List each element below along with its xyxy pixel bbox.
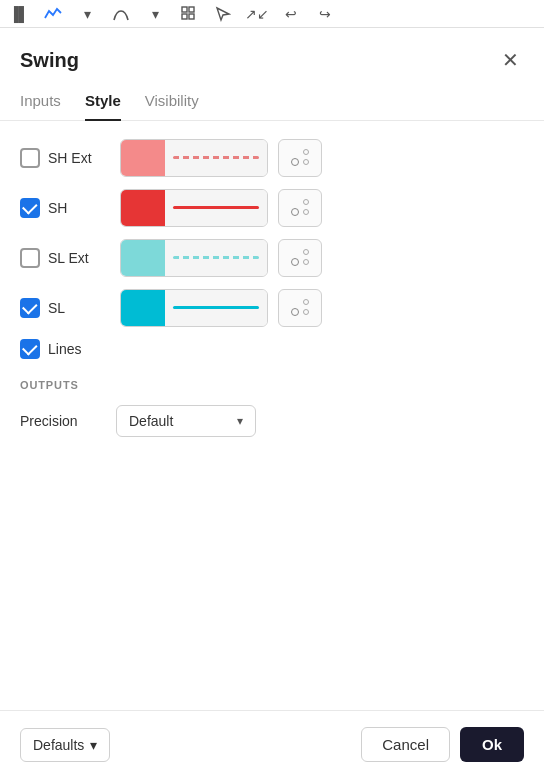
arrow-tool-icon[interactable] <box>212 3 234 25</box>
tab-visibility[interactable]: Visibility <box>145 84 199 121</box>
cancel-button[interactable]: Cancel <box>361 727 450 762</box>
lines-label: Lines <box>48 341 81 357</box>
sl-ext-line-preview <box>165 240 267 276</box>
precision-dropdown[interactable]: Default ▾ <box>116 405 256 437</box>
sh-label: SH <box>48 200 67 216</box>
sh-node-button[interactable] <box>278 189 322 227</box>
sh-checkbox[interactable] <box>20 198 40 218</box>
svg-rect-2 <box>182 14 187 19</box>
sh-ext-checkbox-label[interactable]: SH Ext <box>20 148 110 168</box>
arrow-expand-icon[interactable]: ↗↙ <box>246 3 268 25</box>
sh-ext-label: SH Ext <box>48 150 92 166</box>
outputs-row: Precision Default ▾ <box>20 405 524 437</box>
sl-style-picker[interactable] <box>120 289 268 327</box>
svg-rect-1 <box>189 7 194 12</box>
sh-row: SH <box>20 189 524 227</box>
swing-dialog: Swing ✕ Inputs Style Visibility SH Ext <box>0 28 544 778</box>
sl-ext-node-icon <box>291 249 309 266</box>
svg-marker-4 <box>217 8 229 20</box>
sh-node-icon <box>291 199 309 216</box>
toolbar: ▐▌ ▾ ▾ ↗↙ ↩ ↪ <box>0 0 544 28</box>
sh-ext-checkbox[interactable] <box>20 148 40 168</box>
undo-icon[interactable]: ↩ <box>280 3 302 25</box>
sl-ext-node-button[interactable] <box>278 239 322 277</box>
dropdown-arrow-icon: ▾ <box>237 414 243 428</box>
lines-row: Lines <box>20 339 524 359</box>
sl-node-button[interactable] <box>278 289 322 327</box>
dialog-header: Swing ✕ <box>0 28 544 84</box>
dialog-content: SH Ext <box>0 121 544 711</box>
precision-value: Default <box>129 413 173 429</box>
footer-actions: Cancel Ok <box>361 727 524 762</box>
bar-chart-icon[interactable]: ▐▌ <box>8 3 30 25</box>
sl-ext-row: SL Ext <box>20 239 524 277</box>
chevron-down2-icon[interactable]: ▾ <box>144 3 166 25</box>
sl-ext-checkbox-label[interactable]: SL Ext <box>20 248 110 268</box>
grid-icon[interactable] <box>178 3 200 25</box>
close-button[interactable]: ✕ <box>496 46 524 74</box>
sl-row: SL <box>20 289 524 327</box>
sl-ext-label: SL Ext <box>48 250 89 266</box>
svg-rect-0 <box>182 7 187 12</box>
dialog-footer: Defaults ▾ Cancel Ok <box>0 710 544 778</box>
lines-checkbox[interactable] <box>20 339 40 359</box>
sl-ext-checkbox[interactable] <box>20 248 40 268</box>
sl-checkbox-label[interactable]: SL <box>20 298 110 318</box>
defaults-dropdown[interactable]: Defaults ▾ <box>20 728 110 762</box>
lines-checkbox-label[interactable]: Lines <box>20 339 110 359</box>
sl-checkbox[interactable] <box>20 298 40 318</box>
sh-ext-node-button[interactable] <box>278 139 322 177</box>
sh-ext-style-picker[interactable] <box>120 139 268 177</box>
sl-ext-style-picker[interactable] <box>120 239 268 277</box>
defaults-arrow-icon: ▾ <box>90 737 97 753</box>
tab-inputs[interactable]: Inputs <box>20 84 61 121</box>
precision-label: Precision <box>20 413 100 429</box>
defaults-label: Defaults <box>33 737 84 753</box>
svg-rect-3 <box>189 14 194 19</box>
line-chart-icon[interactable] <box>42 3 64 25</box>
curve-tool-icon[interactable] <box>110 3 132 25</box>
sl-node-icon <box>291 299 309 316</box>
sl-color-swatch <box>121 290 165 326</box>
outputs-section-label: OUTPUTS <box>20 379 524 391</box>
ok-button[interactable]: Ok <box>460 727 524 762</box>
sh-ext-row: SH Ext <box>20 139 524 177</box>
sh-color-swatch <box>121 190 165 226</box>
chevron-down-icon[interactable]: ▾ <box>76 3 98 25</box>
sh-checkbox-label[interactable]: SH <box>20 198 110 218</box>
dialog-title: Swing <box>20 49 79 72</box>
sh-style-picker[interactable] <box>120 189 268 227</box>
sh-ext-line-preview <box>165 140 267 176</box>
sl-label: SL <box>48 300 65 316</box>
sl-line-preview <box>165 290 267 326</box>
sh-ext-color-swatch <box>121 140 165 176</box>
sh-line-preview <box>165 190 267 226</box>
sh-ext-node-icon <box>291 149 309 166</box>
tab-style[interactable]: Style <box>85 84 121 121</box>
tab-bar: Inputs Style Visibility <box>0 84 544 121</box>
sl-ext-color-swatch <box>121 240 165 276</box>
redo-icon[interactable]: ↪ <box>314 3 336 25</box>
